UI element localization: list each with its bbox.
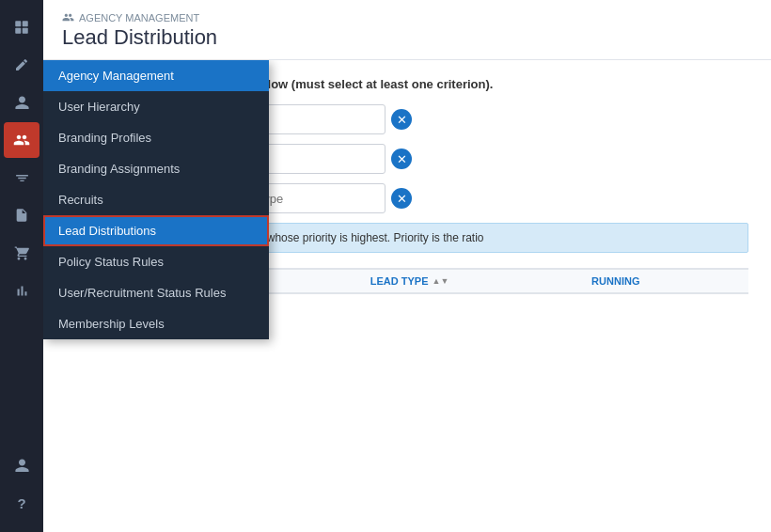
sidebar-icon-profile[interactable] bbox=[4, 447, 39, 483]
sidebar-icon-edit[interactable] bbox=[4, 47, 39, 83]
dropdown-item-branding-profiles[interactable]: Branding Profiles bbox=[43, 122, 269, 153]
dropdown-item-user-hierarchy[interactable]: User Hierarchy bbox=[43, 91, 269, 122]
profile-clear-button[interactable]: ✕ bbox=[391, 149, 412, 169]
th-leadtype: LEAD TYPE ▲▼ bbox=[370, 275, 591, 287]
svg-rect-2 bbox=[15, 28, 21, 34]
svg-rect-0 bbox=[15, 21, 21, 26]
breadcrumb: AGENCY MANAGEMENT bbox=[62, 11, 752, 23]
sidebar-icon-agency[interactable] bbox=[4, 122, 39, 158]
dropdown-item-policy-status-rules[interactable]: Policy Status Rules bbox=[43, 246, 269, 277]
dropdown-item-recruits[interactable]: Recruits bbox=[43, 184, 269, 215]
sort-icon-leadtype[interactable]: ▲▼ bbox=[433, 276, 449, 286]
sidebar-icon-dashboard[interactable] bbox=[4, 9, 39, 45]
sidebar-icon-announcements[interactable] bbox=[4, 160, 39, 196]
sidebar-icon-contacts[interactable] bbox=[4, 85, 39, 120]
sidebar: ? bbox=[0, 0, 43, 532]
sidebar-icon-help[interactable]: ? bbox=[4, 485, 39, 521]
dropdown-item-agency-management[interactable]: Agency Management bbox=[43, 60, 269, 91]
main-area: AGENCY MANAGEMENT Lead Distribution Sele… bbox=[43, 0, 771, 532]
content-area: Select Lead Distribution criteria below … bbox=[43, 60, 771, 532]
sidebar-bottom: ? bbox=[4, 447, 39, 532]
sidebar-icon-store[interactable] bbox=[4, 235, 39, 271]
dropdown-item-branding-assignments[interactable]: Branding Assignments bbox=[43, 153, 269, 184]
dropdown-item-membership-levels[interactable]: Membership Levels bbox=[43, 308, 269, 339]
sidebar-icon-documents[interactable] bbox=[4, 197, 39, 233]
svg-rect-3 bbox=[23, 28, 28, 34]
page-header: AGENCY MANAGEMENT Lead Distribution bbox=[43, 0, 771, 60]
th-running: RUNNING bbox=[591, 275, 739, 287]
sidebar-icon-reports[interactable] bbox=[4, 273, 39, 308]
svg-rect-1 bbox=[23, 21, 28, 26]
page-title: Lead Distribution bbox=[62, 25, 752, 50]
dropdown-item-lead-distributions[interactable]: Lead Distributions bbox=[43, 215, 269, 246]
dropdown-menu[interactable]: Agency Management User Hierarchy Brandin… bbox=[43, 60, 269, 339]
leadtype-clear-button[interactable]: ✕ bbox=[391, 188, 412, 209]
agent-clear-button[interactable]: ✕ bbox=[391, 109, 412, 130]
dropdown-item-user-recruitment[interactable]: User/Recruitment Status Rules bbox=[43, 277, 269, 308]
